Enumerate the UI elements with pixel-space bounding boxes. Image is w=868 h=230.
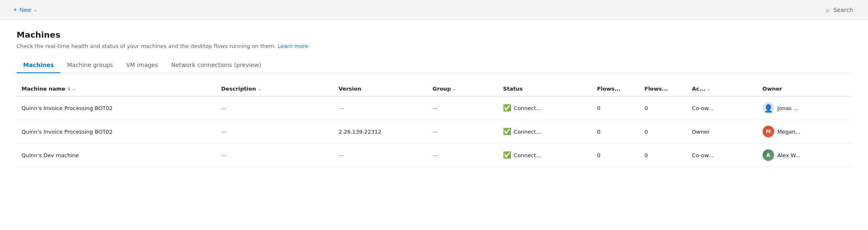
- cell-flows1: 0: [592, 120, 639, 144]
- status-text: Connect...: [514, 105, 541, 111]
- new-button[interactable]: + New ⌄: [10, 4, 41, 16]
- cell-owner: M Megan...: [758, 120, 851, 144]
- cell-flows1: 0: [592, 144, 639, 167]
- status-text: Connect...: [514, 129, 541, 135]
- owner-name: Megan...: [777, 129, 801, 135]
- cell-flows2: 0: [639, 96, 687, 120]
- plus-icon: +: [13, 6, 17, 14]
- cell-status: ✅ Connect...: [498, 120, 592, 144]
- avatar: M: [763, 126, 774, 137]
- person-icon: 👤: [764, 104, 773, 113]
- cell-version: —: [334, 144, 427, 167]
- table-row[interactable]: Quinn's Invoice Processing BOT02 — — — ✅…: [17, 96, 851, 120]
- avatar-initials: A: [766, 152, 770, 158]
- cell-owner: 👤 Jonas ...: [758, 96, 851, 120]
- cell-version: —: [334, 96, 427, 120]
- table-body: Quinn's Invoice Processing BOT02 — — — ✅…: [17, 96, 851, 167]
- cell-description: —: [216, 144, 334, 167]
- cell-machine-name: Quinn's Dev machine: [17, 144, 216, 167]
- sort-down-icon: ↓: [67, 86, 71, 91]
- chevron-down-icon: ⌄: [33, 7, 37, 12]
- search-label: Search: [833, 7, 853, 13]
- avatar-initials: M: [766, 129, 771, 134]
- cell-flows1: 0: [592, 96, 639, 120]
- cell-status: ✅ Connect...: [498, 144, 592, 167]
- chevron-down-icon: ⌄: [453, 86, 456, 91]
- cell-flows2: 0: [639, 144, 687, 167]
- table-row[interactable]: Quinn's Dev machine — — — ✅ Connect... 0…: [17, 144, 851, 167]
- learn-more-link[interactable]: Learn more: [278, 43, 308, 49]
- cell-description: —: [216, 96, 334, 120]
- page-subtitle: Check the real-time health and status of…: [17, 43, 851, 49]
- chevron-down-icon: ⌄: [72, 86, 76, 91]
- cell-version: 2.26.139.22312: [334, 120, 427, 144]
- connected-icon: ✅: [503, 128, 511, 135]
- col-header-status: Status: [498, 81, 592, 96]
- cell-machine-name: Quinn's Invoice Processing BOT02: [17, 96, 216, 120]
- connected-icon: ✅: [503, 105, 511, 111]
- cell-group: —: [428, 96, 498, 120]
- col-header-description[interactable]: Description ⌄: [216, 81, 334, 96]
- col-header-owner: Owner: [758, 81, 851, 96]
- col-header-group[interactable]: Group ⌄: [428, 81, 498, 96]
- col-header-machine-name[interactable]: Machine name ↓ ⌄: [17, 81, 216, 96]
- cell-group: —: [428, 144, 498, 167]
- owner-name: Jonas ...: [777, 105, 799, 111]
- subtitle-text: Check the real-time health and status of…: [17, 43, 276, 49]
- tab-machine-groups[interactable]: Machine groups: [60, 58, 119, 73]
- owner-name: Alex W...: [777, 152, 801, 158]
- search-icon: ⌕: [826, 6, 830, 14]
- cell-description: —: [216, 120, 334, 144]
- table-header-row: Machine name ↓ ⌄ Description ⌄ Ver: [17, 81, 851, 96]
- tabs: Machines Machine groups VM images Networ…: [17, 58, 851, 73]
- table-row[interactable]: Quinn's Invoice Processing BOT02 — 2.26.…: [17, 120, 851, 144]
- chevron-down-icon: ⌄: [258, 86, 261, 91]
- cell-owner: A Alex W...: [758, 144, 851, 167]
- cell-ac: Owner: [687, 120, 758, 144]
- cell-status: ✅ Connect...: [498, 96, 592, 120]
- col-header-flows1: Flows...: [592, 81, 639, 96]
- toolbar-left: + New ⌄: [10, 4, 41, 16]
- tab-machines[interactable]: Machines: [17, 58, 60, 73]
- main-content: Machines Check the real-time health and …: [0, 20, 868, 230]
- page-title: Machines: [17, 30, 851, 40]
- col-header-flows2: Flows...: [639, 81, 687, 96]
- cell-flows2: 0: [639, 120, 687, 144]
- col-header-version: Version: [334, 81, 427, 96]
- search-area[interactable]: ⌕ Search: [821, 3, 858, 16]
- avatar: 👤: [763, 102, 774, 114]
- machines-table: Machine name ↓ ⌄ Description ⌄ Ver: [17, 81, 851, 167]
- tab-vm-images[interactable]: VM images: [119, 58, 165, 73]
- toolbar: + New ⌄ ⌕ Search: [0, 0, 868, 20]
- connected-icon: ✅: [503, 152, 511, 158]
- avatar: A: [763, 149, 774, 161]
- new-label: New: [19, 7, 31, 13]
- chevron-down-icon: ⌄: [707, 86, 711, 91]
- cell-group: —: [428, 120, 498, 144]
- cell-ac: Co-ow...: [687, 96, 758, 120]
- tab-network-connections[interactable]: Network connections (preview): [165, 58, 268, 73]
- status-text: Connect...: [514, 152, 541, 158]
- cell-ac: Co-ow...: [687, 144, 758, 167]
- table-container: Machine name ↓ ⌄ Description ⌄ Ver: [17, 81, 851, 167]
- col-header-ac[interactable]: Ac... ⌄: [687, 81, 758, 96]
- cell-machine-name: Quinn's Invoice Processing BOT02: [17, 120, 216, 144]
